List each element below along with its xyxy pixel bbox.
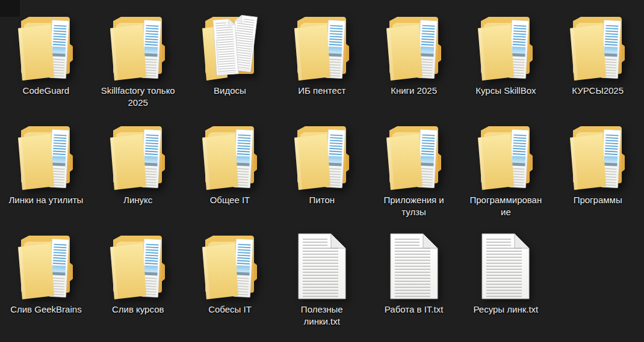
desktop-item-label: Слив GeekBrains <box>10 304 81 316</box>
desktop-item-linuks[interactable]: Линукс <box>92 112 184 221</box>
desktop-item-rabota-v-it-txt[interactable]: Работа в IT.txt <box>368 221 460 331</box>
folder-with-documents-icon <box>201 228 259 301</box>
desktop-item-skillfactory-2025[interactable]: Skillfactory только 2025 <box>92 2 184 112</box>
desktop-item-label: Приложения и тулзы <box>383 194 444 218</box>
folder-with-documents-icon <box>17 228 75 301</box>
desktop-item-label: Программы <box>574 194 622 206</box>
desktop-item-codeguard[interactable]: CodeGuard <box>0 2 92 112</box>
desktop-item-label: Полезные линки.txt <box>301 304 343 328</box>
desktop-item-programmy[interactable]: Программы <box>552 112 644 221</box>
desktop-item-ib-pentest[interactable]: ИБ пентест <box>276 2 368 112</box>
desktop-item-label: Слив курсов <box>112 304 164 316</box>
folder-with-documents-icon <box>17 10 75 82</box>
desktop-item-linki-na-utility[interactable]: Линки на утилиты <box>0 112 92 221</box>
desktop-icon-grid: CodeGuard Skillfactory только 2025 Видос… <box>0 2 644 331</box>
desktop-item-sliv-kursov[interactable]: Слив курсов <box>92 221 184 331</box>
text-file-icon <box>388 228 441 301</box>
desktop-item-label: Ресуры линк.txt <box>473 304 538 316</box>
desktop-item-kursy2025[interactable]: КУРСЫ2025 <box>552 2 644 112</box>
desktop: CodeGuard Skillfactory только 2025 Видос… <box>0 0 644 342</box>
folder-with-documents-icon <box>293 119 351 191</box>
desktop-item-sobesy-it[interactable]: Собесы IT <box>184 221 276 331</box>
desktop-item-label: Видосы <box>214 85 246 97</box>
desktop-item-label: Общее IT <box>210 194 250 206</box>
desktop-item-label: Программирован ие <box>470 194 542 218</box>
desktop-item-label: Собесы IT <box>208 304 252 316</box>
desktop-item-label: КУРСЫ2025 <box>572 85 624 97</box>
text-file-icon <box>479 228 532 301</box>
folder-with-text-pages-icon <box>201 10 259 82</box>
desktop-item-kursy-skillbox[interactable]: Курсы SkillBox <box>460 2 552 112</box>
desktop-item-label: Питон <box>309 194 335 206</box>
desktop-item-label: ИБ пентест <box>298 85 345 97</box>
folder-with-documents-icon <box>109 10 167 82</box>
folder-with-documents-icon <box>569 10 627 82</box>
desktop-item-poleznye-linki-txt[interactable]: Полезные линки.txt <box>276 221 368 331</box>
desktop-item-prilozheniya-i-tulzy[interactable]: Приложения и тулзы <box>368 112 460 221</box>
desktop-item-label: Курсы SkillBox <box>475 85 536 97</box>
desktop-item-resury-link-txt[interactable]: Ресуры линк.txt <box>460 221 552 331</box>
folder-with-documents-icon <box>477 10 534 82</box>
folder-with-documents-icon <box>293 10 351 82</box>
folder-with-documents-icon <box>385 10 443 82</box>
folder-with-documents-icon <box>477 119 534 191</box>
text-file-icon <box>296 228 348 301</box>
desktop-item-programmirovanie[interactable]: Программирован ие <box>460 112 552 221</box>
desktop-item-label: Работа в IT.txt <box>385 304 443 316</box>
folder-with-documents-icon <box>201 119 259 191</box>
folder-with-documents-icon <box>569 119 627 191</box>
folder-with-documents-icon <box>109 228 167 301</box>
desktop-item-piton[interactable]: Питон <box>276 112 368 221</box>
desktop-item-label: Линукс <box>123 194 152 206</box>
folder-with-documents-icon <box>385 119 443 191</box>
desktop-item-label: Линки на утилиты <box>8 194 83 206</box>
desktop-item-label: Skillfactory только 2025 <box>101 85 175 109</box>
desktop-item-label: Книги 2025 <box>391 85 437 97</box>
desktop-item-label: CodeGuard <box>23 85 70 97</box>
desktop-item-obshchee-it[interactable]: Общее IT <box>184 112 276 221</box>
folder-with-documents-icon <box>17 119 75 191</box>
desktop-item-sliv-geekbrains[interactable]: Слив GeekBrains <box>0 221 92 331</box>
folder-with-documents-icon <box>109 119 167 191</box>
desktop-item-vidosy[interactable]: Видосы <box>184 2 276 112</box>
desktop-item-knigi-2025[interactable]: Книги 2025 <box>368 2 460 112</box>
